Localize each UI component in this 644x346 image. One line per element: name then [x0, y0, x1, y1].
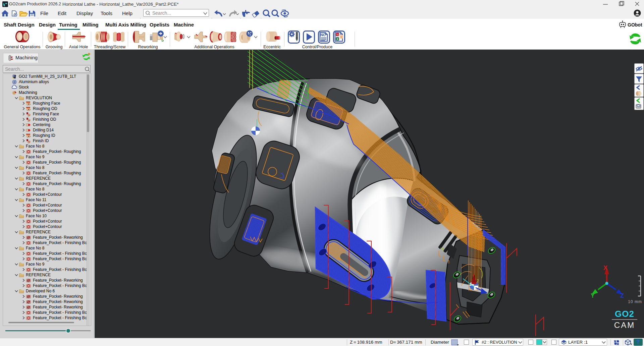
svg-text:¼: ¼: [337, 33, 339, 36]
svg-text:X: X: [337, 38, 339, 41]
svg-text:Y: Y: [591, 292, 595, 299]
svg-text:€: €: [341, 35, 342, 39]
svg-text:NC: NC: [320, 33, 326, 37]
svg-text:Z: Z: [620, 292, 624, 299]
svg-text:2: 2: [477, 279, 479, 283]
svg-text:X: X: [603, 265, 607, 271]
